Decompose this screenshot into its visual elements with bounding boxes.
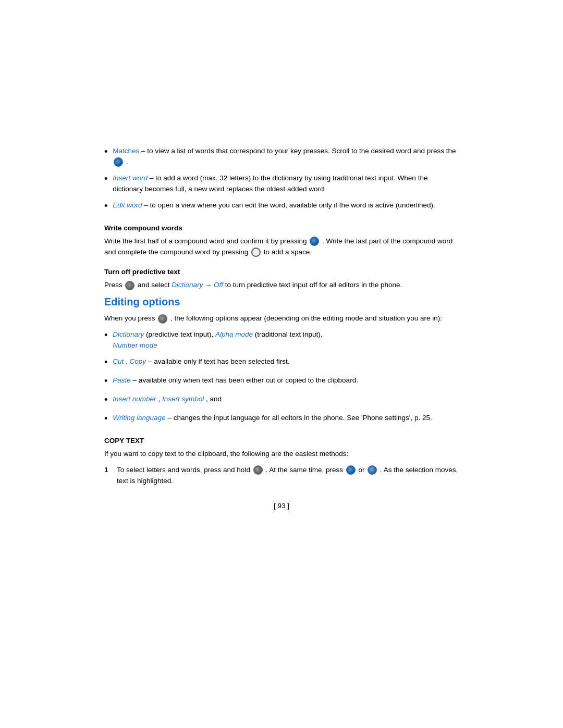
editing-intro1: When you press (104, 314, 157, 322)
editing-bullet-4: • Insert number , Insert symbol , and (104, 394, 459, 408)
number-mode-link[interactable]: Number mode (113, 341, 157, 349)
turn-off-space1: and select (138, 281, 172, 289)
hold-icon (253, 465, 263, 475)
edit-bullet-4-text1: , (158, 395, 162, 403)
bullet-matches-content: Matches – to view a list of words that c… (113, 146, 459, 168)
edit-bullet-dot-2: • (104, 355, 107, 370)
edit-bullet-dot-5: • (104, 412, 107, 426)
copy-step-1: 1 To select letters and words, press and… (104, 465, 459, 487)
matches-text: – to view a list of words that correspon… (141, 147, 456, 155)
edit-bullet-1-text1: (predictive text input), (146, 330, 215, 338)
matches-link[interactable]: Matches (113, 147, 139, 155)
editing-bullet-3: • Paste – available only when text has b… (104, 375, 459, 389)
write-compound-heading: Write compound words (104, 224, 459, 232)
space-icon (251, 248, 261, 257)
insert-word-text: – to add a word (max. 32 letters) to the… (113, 174, 427, 193)
matches-end: . (126, 158, 128, 166)
copy-text-heading: COPY TEXT (104, 437, 459, 445)
dictionary-link[interactable]: Dictionary (172, 281, 203, 289)
editing-bullet-list: • Dictionary (predictive text input), Al… (104, 329, 459, 426)
copy-link[interactable]: Copy (130, 357, 146, 365)
right-nav-icon (368, 465, 377, 475)
edit-bullet-1-content: Dictionary (predictive text input), Alph… (113, 329, 459, 351)
editing-options-intro: When you press , the following options a… (104, 313, 459, 324)
step-number-1: 1 (104, 465, 113, 476)
edit-bullet-3-text1: – available only when text has been eith… (133, 376, 358, 384)
edit-bullet-5-text1: – changes the input language for all edi… (167, 414, 432, 422)
bullet-edit-word: • Edit word – to open a view where you c… (104, 200, 459, 214)
edit-bullet-1-text2: (traditional text input), (255, 330, 323, 338)
bullet-insert-word: • Insert word – to add a word (max. 32 l… (104, 173, 459, 195)
turn-off-text1: Press (104, 281, 124, 289)
step-1-text3: or (358, 466, 366, 474)
step-1-content: To select letters and words, press and h… (117, 465, 459, 487)
confirm-icon (310, 237, 319, 246)
arrow: → (205, 281, 212, 289)
edit-bullet-dot-3: • (104, 374, 107, 389)
dictionary-text-link[interactable]: Dictionary (113, 330, 144, 338)
paste-link[interactable]: Paste (113, 376, 131, 384)
insert-symbol-link[interactable]: Insert symbol (162, 395, 204, 403)
bullet-dot-3: • (104, 199, 107, 214)
bullet-edit-content: Edit word – to open a view where you can… (113, 200, 459, 211)
edit-bullet-5-content: Writing language – changes the input lan… (113, 413, 459, 424)
turn-off-heading: Turn off predictive text (104, 268, 459, 276)
step-1-text2: . At the same time, press (265, 466, 345, 474)
off-link[interactable]: Off (214, 281, 223, 289)
editing-intro2: , the following options appear (dependin… (170, 314, 442, 322)
edit-bullet-4-text2: , and (206, 395, 222, 403)
insert-word-link[interactable]: Insert word (113, 174, 148, 182)
write-compound-text: Write the first half of a compound word … (104, 236, 459, 258)
bullet-dot-2: • (104, 172, 107, 187)
editing-options-title: Editing options (104, 296, 459, 308)
edit-bullet-4-content: Insert number , Insert symbol , and (113, 394, 459, 405)
edit-bullet-dot-1: • (104, 328, 107, 343)
left-nav-icon (346, 465, 356, 475)
page-content: • Matches – to view a list of words that… (104, 0, 459, 614)
editing-bullet-1: • Dictionary (predictive text input), Al… (104, 329, 459, 351)
bullet-insert-content: Insert word – to add a word (max. 32 let… (113, 173, 459, 195)
write-compound-text3: to add a space. (264, 248, 312, 256)
press-icon (158, 314, 167, 324)
turn-off-text2: to turn predictive text input off for al… (225, 281, 402, 289)
page-number: [ 93 ] (104, 502, 459, 510)
copy-text-intro: If you want to copy text to the clipboar… (104, 449, 459, 460)
edit-word-text: – to open a view where you can edit the … (144, 201, 435, 209)
bullet-matches: • Matches – to view a list of words that… (104, 146, 459, 168)
nav-icon-circle (114, 157, 123, 167)
writing-language-link[interactable]: Writing language (113, 414, 165, 422)
edit-bullet-dot-4: • (104, 393, 107, 408)
editing-bullet-2: • Cut , Copy – available only if text ha… (104, 356, 459, 370)
cut-link[interactable]: Cut (113, 357, 124, 365)
alpha-mode-link[interactable]: Alpha mode (215, 330, 253, 338)
write-compound-text1: Write the first half of a compound word … (104, 237, 309, 245)
step-1-text1: To select letters and words, press and h… (117, 466, 252, 474)
editing-bullet-5: • Writing language – changes the input l… (104, 413, 459, 426)
bullet-dot-1: • (104, 145, 107, 159)
top-bullet-list: • Matches – to view a list of words that… (104, 146, 459, 214)
edit-bullet-2-content: Cut , Copy – available only if text has … (113, 356, 459, 367)
copy-text-steps: 1 To select letters and words, press and… (104, 465, 459, 487)
edit-bullet-2-text2: – available only if text has been select… (148, 357, 290, 365)
edit-bullet-3-content: Paste – available only when text has bee… (113, 375, 459, 386)
insert-number-link[interactable]: Insert number (113, 395, 156, 403)
edit-bullet-2-text1: , (126, 357, 130, 365)
edit-word-link[interactable]: Edit word (113, 201, 142, 209)
turn-off-text: Press and select Dictionary → Off to tur… (104, 280, 459, 291)
settings-icon (125, 281, 134, 290)
